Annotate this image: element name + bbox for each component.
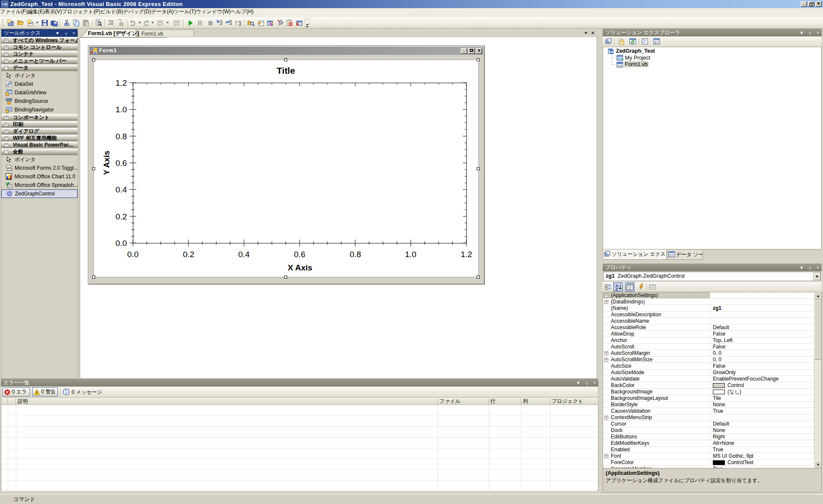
svg-text:Form1.vb [デザイン]: Form1.vb [デザイン]: [88, 30, 139, 36]
svg-text:X Axis: X Axis: [288, 263, 312, 272]
svg-text:0.0: 0.0: [127, 250, 138, 259]
svg-text:1.2: 1.2: [116, 78, 127, 87]
svg-text:0.2: 0.2: [116, 212, 127, 221]
svg-text:Form1.vb: Form1.vb: [141, 31, 163, 37]
svg-text:1.0: 1.0: [116, 105, 127, 114]
svg-text:Y Axis: Y Axis: [102, 150, 111, 175]
svg-text:+: +: [606, 285, 607, 287]
svg-text:Z: Z: [616, 287, 618, 291]
svg-text:0.2: 0.2: [183, 250, 194, 259]
svg-text:0.4: 0.4: [116, 185, 127, 194]
svg-text:0.6: 0.6: [116, 159, 127, 168]
svg-text:1.2: 1.2: [461, 250, 472, 259]
svg-text:0.6: 0.6: [294, 250, 305, 259]
svg-text:VB: VB: [2, 2, 8, 6]
svg-text:0.8: 0.8: [350, 250, 361, 259]
svg-text:0.4: 0.4: [238, 250, 250, 259]
svg-text:0.0: 0.0: [116, 239, 127, 248]
svg-text:Title: Title: [277, 66, 295, 75]
svg-text:0.8: 0.8: [116, 132, 127, 141]
svg-text:VB: VB: [610, 50, 614, 54]
svg-text:1.0: 1.0: [405, 250, 416, 259]
svg-text:+: +: [606, 288, 607, 290]
